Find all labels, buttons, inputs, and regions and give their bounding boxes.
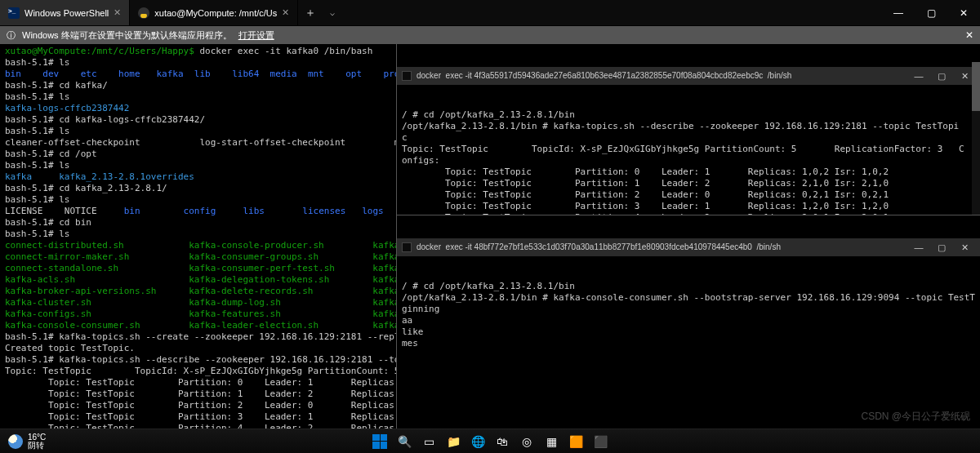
close-window-button[interactable]: ✕ <box>954 242 975 253</box>
terminal-workspace: xutao@MyCompute:/mnt/c/Users/Happy$ dock… <box>0 44 980 429</box>
start-button[interactable] <box>369 431 390 452</box>
scrollbar-thumb[interactable] <box>972 62 980 111</box>
explorer-button[interactable]: 📁 <box>443 431 464 452</box>
vmware-button[interactable]: ▦ <box>541 431 562 452</box>
weather-widget[interactable]: 16°C 阴转 <box>0 433 54 450</box>
pane-title-text: docker exec -it 4f3a55917d59436ade27e6a8… <box>416 70 791 82</box>
maximize-button[interactable]: ▢ <box>915 0 947 25</box>
minimize-button[interactable]: — <box>882 0 915 25</box>
close-window-button[interactable]: ✕ <box>947 0 980 25</box>
minimize-button[interactable]: — <box>908 242 929 253</box>
tab-label: xutao@MyCompute: /mnt/c/Us <box>154 8 277 18</box>
pane-title-text: docker exec -it 48bf772e7bf1e533c1d03f70… <box>416 242 781 253</box>
tab-powershell[interactable]: >_ Windows PowerShell ✕ <box>0 0 130 25</box>
tab-label: Windows PowerShell <box>24 8 109 18</box>
terminal-right-split: docker exec -it 4f3a55917d59436ade27e6a8… <box>396 44 980 429</box>
taskbar-center: 🔍 ▭ 📁 🌐 🛍 ◎ ▦ 🟧 ⬛ <box>369 431 611 452</box>
close-icon[interactable]: ✕ <box>114 7 121 18</box>
open-settings-link[interactable]: 打开设置 <box>238 29 274 42</box>
linux-icon <box>138 7 149 19</box>
terminal-pane-left[interactable]: xutao@MyCompute:/mnt/c/Users/Happy$ dock… <box>0 44 396 429</box>
terminal-pane-right-top[interactable]: docker exec -it 4f3a55917d59436ade27e6a8… <box>397 44 980 215</box>
close-icon[interactable]: ✕ <box>282 7 289 18</box>
tab-dropdown-button[interactable]: ⌵ <box>323 0 342 25</box>
store-button[interactable]: 🛍 <box>492 431 513 452</box>
tab-wsl[interactable]: xutao@MyCompute: /mnt/c/Us ✕ <box>130 0 298 25</box>
terminal-button[interactable]: ⬛ <box>590 431 611 452</box>
edge-button[interactable]: 🌐 <box>467 431 488 452</box>
task-view-button[interactable]: ▭ <box>418 431 439 452</box>
info-icon: ⓘ <box>7 29 16 42</box>
minimize-button[interactable]: — <box>908 70 929 82</box>
default-terminal-infobar: ⓘ Windows 终端可在设置中设置为默认终端应用程序。 打开设置 ✕ <box>0 26 980 44</box>
taskbar: 16°C 阴转 🔍 ▭ 📁 🌐 🛍 ◎ ▦ 🟧 ⬛ <box>0 429 980 453</box>
maximize-button[interactable]: ▢ <box>931 70 952 82</box>
pane-title-bar: docker exec -it 48bf772e7bf1e533c1d03f70… <box>397 238 980 256</box>
powershell-icon: >_ <box>8 7 20 19</box>
cmd-icon <box>402 242 412 252</box>
weather-icon <box>8 434 23 449</box>
search-button[interactable]: 🔍 <box>394 431 415 452</box>
app-button[interactable]: 🟧 <box>565 431 586 452</box>
pane-title-bar: docker exec -it 4f3a55917d59436ade27e6a8… <box>397 67 980 85</box>
weather-temp: 16°C <box>28 433 46 442</box>
new-tab-button[interactable]: ＋ <box>298 0 323 25</box>
watermark-text: CSDN @今日公子爱纸砚 <box>861 410 970 424</box>
infobar-text: Windows 终端可在设置中设置为默认终端应用程序。 <box>22 29 232 42</box>
infobar-close-icon[interactable]: ✕ <box>965 29 973 41</box>
terminal-pane-right-bottom[interactable]: docker exec -it 48bf772e7bf1e533c1d03f70… <box>397 215 980 429</box>
cmd-icon <box>402 71 412 81</box>
tab-bar: >_ Windows PowerShell ✕ xutao@MyCompute:… <box>0 0 980 26</box>
maximize-button[interactable]: ▢ <box>931 242 952 253</box>
chrome-button[interactable]: ◎ <box>516 431 537 452</box>
weather-desc: 阴转 <box>28 442 46 450</box>
